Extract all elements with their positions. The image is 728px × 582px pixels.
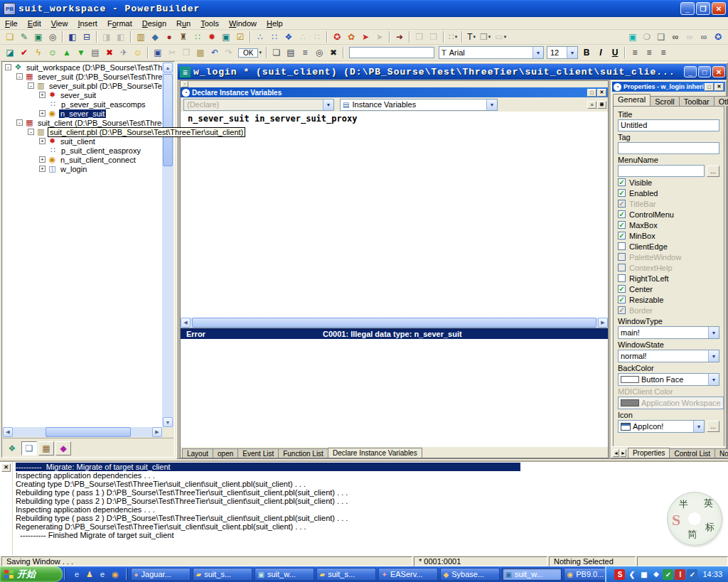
- chevron-down-icon[interactable]: ▼: [567, 47, 577, 58]
- deploy-up-icon[interactable]: ▲: [60, 46, 74, 59]
- find-icon[interactable]: ∞: [668, 31, 682, 43]
- checkbox-contexthelp[interactable]: ContextHelp: [618, 262, 719, 273]
- print-icon[interactable]: ✪: [711, 31, 725, 43]
- shield-tray-icon[interactable]: ✓: [663, 569, 673, 580]
- collapse-icon[interactable]: -: [28, 82, 34, 89]
- scroll-thumb[interactable]: [46, 427, 131, 437]
- chevron-down-icon[interactable]: ▼: [693, 421, 704, 432]
- border-style-dropdown[interactable]: ▭▾: [493, 31, 508, 43]
- windowstate-select[interactable]: normal!▼: [618, 350, 719, 362]
- menu-format[interactable]: Format: [102, 18, 137, 28]
- expand-icon[interactable]: +: [39, 110, 46, 117]
- output-line[interactable]: Inspecting application dependencies . . …: [16, 471, 728, 480]
- tab-other[interactable]: Other: [714, 96, 728, 106]
- chevron-down-icon[interactable]: ▼: [532, 47, 543, 58]
- tree-item[interactable]: +◫w_login: [3, 164, 164, 173]
- backcolor-select[interactable]: Button Face▼: [618, 373, 719, 386]
- plugin-tray-icon[interactable]: ❖: [651, 569, 661, 580]
- taskbar-task[interactable]: ▣suit_w...: [255, 568, 314, 581]
- wizard-icon[interactable]: ◪: [3, 46, 17, 59]
- pane-maximize-button[interactable]: □: [587, 89, 596, 97]
- collapse-icon[interactable]: -: [16, 73, 23, 80]
- taskbar-task[interactable]: ▰suit_s...: [316, 568, 376, 581]
- system-tree-icon[interactable]: ◧: [65, 31, 80, 43]
- user-icon[interactable]: ♟: [84, 568, 95, 580]
- menu-view[interactable]: View: [46, 18, 73, 28]
- checkbox-resizable[interactable]: ✓Resizable: [618, 294, 719, 305]
- smiley-icon[interactable]: ☺: [131, 46, 145, 59]
- tree-item[interactable]: -▥suit_client.pbl (D:\PB_Sourse\Test\Thr…: [3, 127, 162, 136]
- output-line[interactable]: Inspecting application dependencies . . …: [16, 505, 728, 514]
- windowtype-select[interactable]: main!▼: [618, 326, 719, 339]
- todo-list-icon[interactable]: ☑: [233, 31, 247, 43]
- expand-icon[interactable]: +: [39, 92, 46, 98]
- db-admin-icon[interactable]: ▣: [219, 31, 233, 43]
- tree-item[interactable]: -▥sever_suit.pbl (D:\PB_Sourse\Test\Thre…: [3, 81, 164, 90]
- output-line[interactable]: Regenerating D:\PB_Sourse\Test\ThreeTier…: [16, 522, 728, 531]
- ime-tray-icon[interactable]: I: [675, 569, 685, 580]
- expand-icon[interactable]: +: [39, 156, 46, 163]
- align-center-icon[interactable]: ≡: [642, 46, 656, 59]
- checkbox-maxbox[interactable]: ✓MaxBox: [618, 220, 719, 230]
- bold-button[interactable]: B: [579, 46, 594, 59]
- database-painter-icon[interactable]: ●: [162, 31, 176, 43]
- tree-item[interactable]: +◉n_sever_suit: [3, 109, 164, 118]
- italic-button[interactable]: I: [594, 46, 608, 59]
- collapse-tray-icon[interactable]: ❮: [626, 569, 637, 580]
- properties-close-button[interactable]: ✕: [714, 83, 724, 91]
- tree-item[interactable]: -▦suit_client (D:\PB_Sourse\Test\ThreeTi…: [3, 118, 164, 127]
- tab-toolbar[interactable]: Toolbar: [679, 96, 714, 106]
- paste-icon[interactable]: ▩: [193, 46, 208, 59]
- font-combo[interactable]: TArial▼: [439, 46, 544, 59]
- output-view-button[interactable]: ◆: [55, 441, 71, 456]
- taskbar-handle[interactable]: [126, 568, 128, 580]
- menu-window[interactable]: Window: [224, 18, 262, 28]
- menuname-input[interactable]: [618, 165, 705, 177]
- menu-edit[interactable]: Edit: [23, 18, 46, 28]
- balloon-help-icon[interactable]: ❍: [640, 31, 654, 43]
- chevron-down-icon[interactable]: ▼: [708, 350, 719, 362]
- menu-help[interactable]: Help: [262, 18, 288, 28]
- output-line[interactable]: Rebuilding type ( pass 2 ) D:\PB_Sourse\…: [16, 514, 728, 522]
- close-pane-icon[interactable]: ✖: [326, 46, 341, 59]
- scroll-right-icon[interactable]: ▶: [152, 427, 162, 437]
- jaguar-icon[interactable]: ✹: [205, 31, 219, 43]
- workspace-view-icon[interactable]: ❖: [4, 441, 20, 456]
- start-button[interactable]: 开始: [0, 566, 63, 582]
- library-list2-icon[interactable]: ∷: [267, 31, 282, 43]
- taskbar-task[interactable]: ▰suit_s...: [193, 568, 252, 581]
- scope-combo[interactable]: ▤ Instance Variables ▼: [340, 99, 498, 111]
- tree-item[interactable]: -▦sever_suit (D:\PB_Sourse\Test\ThreeTie…: [3, 72, 164, 81]
- code-editor[interactable]: n_sever_suit in_server_suit_proxy: [181, 112, 608, 320]
- tab-declare-instance-variables[interactable]: Declare Instance Variables: [328, 448, 422, 458]
- checkbox-minbox[interactable]: ✓MinBox: [618, 230, 719, 241]
- tree-item[interactable]: +✹sever_suit: [3, 90, 164, 99]
- chevron-down-icon[interactable]: ▼: [486, 99, 497, 110]
- menu-insert[interactable]: Insert: [73, 18, 102, 28]
- checkbox-visible[interactable]: ✓Visible: [618, 177, 719, 188]
- components-icon[interactable]: ∷: [191, 31, 205, 43]
- taskbar-task[interactable]: ●Jaguar...: [131, 568, 191, 581]
- checkbox-center[interactable]: ✓Center: [618, 284, 719, 294]
- undo-icon[interactable]: ↶: [208, 46, 222, 59]
- compile-check-icon[interactable]: ✔: [17, 46, 31, 59]
- mdi-minimize-button[interactable]: _: [684, 66, 697, 77]
- collapse-icon[interactable]: -: [16, 119, 23, 126]
- sybase-tray-icon[interactable]: S: [614, 569, 625, 580]
- exit-icon[interactable]: ➜: [392, 31, 407, 43]
- tree-vertical-scrollbar[interactable]: ▲ ▼: [162, 63, 173, 427]
- tab-non-visual-c[interactable]: Non-Visual C: [714, 448, 728, 458]
- lightning-icon[interactable]: ϟ: [31, 46, 46, 59]
- smile-green-icon[interactable]: ☺: [46, 46, 60, 59]
- tab-layout[interactable]: Layout: [182, 448, 213, 458]
- select-region-icon[interactable]: ▣: [626, 31, 640, 43]
- output-window-icon[interactable]: ⊟: [80, 31, 94, 43]
- inherit-icon[interactable]: ✎: [17, 31, 31, 43]
- expand-icon[interactable]: +: [39, 166, 46, 172]
- library-painter-icon[interactable]: ▥: [134, 31, 148, 43]
- library-view-button[interactable]: ▦: [38, 441, 54, 456]
- checkbox-titlebar[interactable]: ✓TitleBar: [618, 198, 719, 209]
- browser-icon[interactable]: ❖: [282, 31, 296, 43]
- background-color-dropdown[interactable]: ❒▾: [478, 31, 493, 43]
- tabs-scroll-left-icon[interactable]: ◄: [613, 449, 619, 457]
